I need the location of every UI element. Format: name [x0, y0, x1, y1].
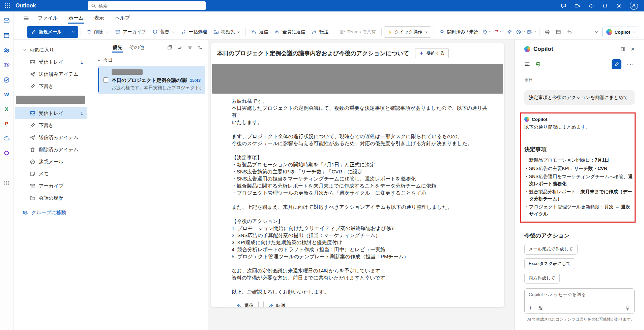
app-launcher-icon[interactable] [0, 0, 15, 11]
onedrive-app-icon[interactable] [3, 135, 10, 141]
sidebar-item-notes[interactable]: メモ [15, 168, 87, 180]
sidebar-item-history[interactable]: 会話の履歴 [15, 192, 87, 204]
suggestion-chip-both[interactable]: 両方作成して [524, 273, 560, 284]
suggestion-chip-mail[interactable]: メール形式で作成して [524, 244, 578, 255]
sidebar-item-deleted[interactable]: 削除済みアイテム [15, 143, 87, 156]
mail-app-icon[interactable] [3, 18, 10, 24]
reply-button[interactable]: 返信 [232, 301, 259, 307]
chat-icon[interactable] [561, 3, 566, 9]
suggestion-chip-excel[interactable]: Excelタスク表にして [524, 258, 575, 269]
tab-help[interactable]: ヘルプ [110, 12, 135, 24]
hamburger-menu-icon[interactable] [20, 13, 32, 24]
people-app-icon[interactable] [3, 47, 10, 54]
quick-steps-button[interactable]: クイック操作 [384, 26, 431, 38]
sweep-button[interactable]: 一括処理 [178, 26, 210, 38]
print-icon[interactable] [542, 26, 553, 38]
report-button[interactable]: 報告 [149, 26, 178, 38]
close-icon[interactable]: × [631, 46, 635, 52]
filter-icon[interactable] [187, 45, 193, 50]
search-box[interactable] [88, 1, 206, 10]
forward-button[interactable]: 転送 [263, 301, 290, 307]
loop-app-icon[interactable] [3, 150, 10, 156]
copilot-message-input[interactable] [529, 292, 630, 297]
undo-icon[interactable] [564, 26, 575, 38]
read-unread-label: 開封済み / 未読 [447, 29, 478, 35]
reply-all-button[interactable]: 全員に返信 [271, 26, 308, 38]
meet-video-icon[interactable] [575, 3, 580, 9]
read-unread-button[interactable]: 開封済み / 未読 [436, 26, 481, 38]
tab-home[interactable]: ホーム [64, 12, 88, 24]
reply-button-ribbon[interactable]: 返信 [248, 26, 271, 38]
email-list-item[interactable]: 本日のプロジェクト定例会議の議事… 15:43 お疲れ様です。本日実施したプロジ… [98, 66, 205, 94]
flag-icon[interactable] [493, 26, 503, 38]
share-to-teams-button[interactable]: Teams で共有 [336, 26, 379, 38]
new-mail-button[interactable]: 新規メール [27, 26, 78, 38]
calendar-app-icon[interactable] [3, 32, 10, 39]
sidebar-item-junk[interactable]: 迷惑メール [15, 156, 87, 168]
share-to-teams-label: Teams で共有 [347, 29, 376, 35]
pin-icon[interactable] [504, 26, 515, 38]
decision-text: SNS広告運用をマーケティングチームへ移管、 [529, 174, 628, 179]
go-to-groups-link[interactable]: グループに移動 [13, 209, 88, 216]
user-avatar[interactable] [630, 2, 638, 10]
reorder-arrows-icon[interactable] [198, 45, 203, 50]
word-app-icon[interactable]: W [4, 92, 9, 98]
sidebar-item-archive[interactable]: アーカイブ [15, 180, 87, 192]
microphone-icon[interactable] [625, 305, 630, 311]
more-apps-icon[interactable] [4, 180, 9, 186]
archive-button[interactable]: アーカイブ [112, 26, 149, 38]
tag-icon[interactable] [481, 26, 492, 38]
powerpoint-app-icon[interactable]: P [5, 121, 8, 127]
collapse-ribbon-chevron-icon[interactable] [591, 26, 602, 38]
megaphone-icon[interactable] [588, 3, 594, 9]
more-options-icon[interactable]: ··· [627, 62, 635, 67]
tab-focused[interactable]: 優先 [109, 41, 126, 54]
teams-icon [340, 29, 345, 35]
tab-file[interactable]: ファイル [33, 12, 62, 24]
conversation-list-icon[interactable] [524, 61, 530, 67]
chevron-down-icon[interactable] [69, 30, 78, 34]
tab-view[interactable]: 表示 [90, 12, 109, 24]
sidebar-item-sent[interactable]: 送信済みアイテム [15, 131, 87, 143]
clock-icon[interactable] [515, 26, 526, 38]
sidebar-item-fav-sent[interactable]: 送信済みアイテム [15, 68, 87, 80]
mail-open-icon [439, 29, 445, 35]
bell-icon[interactable] [602, 3, 608, 9]
new-chat-button[interactable] [612, 59, 621, 69]
copilot-input-box[interactable]: + [524, 288, 635, 314]
delete-button[interactable]: 削除 [83, 26, 112, 38]
options-sliders-icon[interactable] [538, 305, 543, 311]
todo-app-icon[interactable] [3, 77, 10, 83]
reading-pane: 本日のプロジェクト定例会議の議事内容および今後のアクションについて 要約する お… [211, 43, 504, 307]
folder-label: アーカイブ [39, 183, 64, 189]
copilot-ribbon-button[interactable]: Copilot [603, 27, 640, 37]
summarize-button[interactable]: 要約する [415, 48, 449, 58]
decision-text: 新製品プロモーション開始日： [529, 158, 595, 163]
teams-app-icon[interactable] [3, 62, 10, 68]
excel-app-icon[interactable]: X [5, 106, 8, 112]
tab-other[interactable]: その他 [126, 41, 147, 54]
favorites-header[interactable]: お気に入り [15, 44, 87, 56]
date-group-label: 今日 [104, 57, 113, 63]
search-input[interactable] [98, 3, 202, 8]
ai-disclaimer: AI で生成されたコンテンツは誤りを含む可能性があります。 [524, 317, 635, 322]
move-to-button[interactable]: 移動先 [210, 26, 243, 38]
sidebar-item-inbox[interactable]: 受信トレイ 1 [15, 107, 87, 119]
sidebar-item-fav-inbox[interactable]: 受信トレイ 1 [15, 56, 87, 68]
email-checkbox[interactable] [103, 77, 108, 82]
open-in-window-icon[interactable] [620, 47, 625, 52]
draft-pencil-icon [30, 123, 35, 128]
sort-icon[interactable] [177, 45, 182, 50]
forward-button-ribbon[interactable]: 転送 [309, 26, 331, 38]
immersive-reader-icon[interactable] [553, 26, 564, 38]
select-messages-icon[interactable] [167, 45, 172, 50]
sidebar-item-drafts[interactable]: 下書き [15, 119, 87, 131]
folder-label: 削除済みアイテム [39, 146, 79, 153]
date-group-header[interactable]: 今日 [97, 57, 208, 63]
add-content-icon[interactable]: + [529, 306, 532, 310]
more-commands-icon[interactable]: ··· [575, 26, 586, 38]
favorites-label: お気に入り [29, 47, 54, 53]
schedule-calendar-icon[interactable] [526, 26, 537, 38]
sidebar-item-fav-drafts[interactable]: 下書き [15, 80, 87, 92]
gear-icon[interactable] [616, 3, 622, 9]
